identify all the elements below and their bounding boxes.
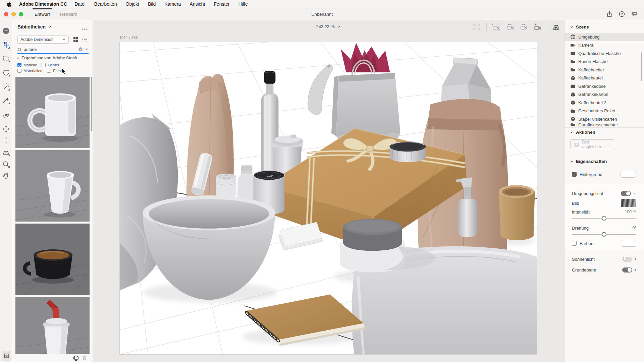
match-image-button[interactable] — [552, 23, 561, 31]
menu-item-fenster[interactable]: Fenster — [214, 1, 229, 7]
libraries-scrollbar[interactable] — [91, 77, 92, 131]
filter-materialien[interactable]: Materialien — [17, 69, 42, 73]
select-move-tool[interactable] — [2, 41, 10, 49]
ambient-light-toggle[interactable] — [621, 191, 631, 196]
scene-item-kaffeebeutel[interactable]: Kaffeebeutel — [565, 74, 644, 82]
stock-results-header[interactable]: Ergebnisse von Adobe Stock — [16, 56, 77, 60]
intensity-slider[interactable] — [572, 216, 636, 221]
camera-redo-button[interactable] — [519, 23, 528, 31]
properties-section-header[interactable]: Eigenschaften — [570, 159, 607, 164]
ground-plane-toggle[interactable] — [622, 267, 632, 273]
trash-icon[interactable] — [82, 355, 87, 361]
horizon-tool[interactable] — [2, 148, 10, 157]
stock-result-schwarze-kaffeetasse[interactable] — [15, 224, 90, 295]
scene-item-kaffeebecher[interactable]: Kaffeebecher — [565, 66, 644, 74]
colorize-color-swatch[interactable] — [621, 240, 636, 247]
scene-section-header[interactable]: Szene — [570, 24, 589, 29]
menu-item-datei[interactable]: Datei — [74, 1, 86, 7]
tab-rendern[interactable]: Rendern — [55, 8, 83, 20]
grid-view-icon[interactable] — [73, 37, 78, 42]
image-match-icon — [574, 142, 579, 147]
environment-image-label: Bild — [572, 201, 579, 206]
feedback-icon[interactable] — [631, 11, 638, 18]
clear-search-icon[interactable] — [78, 47, 83, 53]
marquee-select-tool[interactable] — [2, 55, 10, 63]
colorize-checkbox[interactable] — [572, 241, 577, 246]
creative-cloud-icon[interactable] — [73, 355, 78, 361]
small-jar-object[interactable] — [216, 174, 236, 198]
filter-lichter[interactable]: Lichter — [42, 63, 59, 67]
menu-item-bearbeiten[interactable]: Bearbeiten — [94, 1, 117, 7]
search-history-icon[interactable] — [85, 47, 89, 52]
sampler-tool[interactable] — [2, 97, 10, 105]
menu-item-bild[interactable]: Bild — [148, 1, 156, 7]
bowl-object[interactable] — [143, 195, 275, 300]
share-icon[interactable] — [606, 11, 613, 18]
chevron-left-icon[interactable] — [634, 268, 636, 271]
scene-item-quadratische-flasche[interactable]: Quadratische Flasche — [565, 49, 644, 58]
environment-image-thumbnail[interactable] — [621, 199, 636, 207]
library-source-select[interactable]: Adobe Dimension — [17, 36, 69, 44]
scene-item-getränkekarton[interactable]: Getränkekarton — [565, 90, 644, 99]
scene-item-getränkedose[interactable]: Getränkedose — [565, 82, 644, 90]
cardboard-tube-object[interactable] — [499, 185, 535, 240]
add-content-tool[interactable] — [2, 27, 10, 35]
library-search-input[interactable]: autorei — [17, 46, 89, 54]
viewport: 243,23 % 1024 x 768 — [93, 20, 564, 362]
menu-item-ansicht[interactable]: Ansicht — [190, 1, 205, 7]
actions-section-header[interactable]: Aktionen — [570, 130, 595, 135]
more-options-icon[interactable] — [82, 25, 88, 32]
minimize-window-button[interactable] — [11, 12, 16, 16]
gift-bag-object[interactable] — [331, 43, 400, 140]
camera-bookmark-button[interactable] — [492, 23, 500, 31]
app-name[interactable]: Adobe Dimension CC — [19, 1, 67, 7]
help-icon[interactable]: ? — [619, 11, 626, 18]
stock-result-becher-mit-strohhalm[interactable] — [15, 297, 90, 354]
scene-render — [120, 42, 537, 354]
scene-item-kaffeebeutel-2[interactable]: Kaffeebeutel 2 — [565, 99, 644, 107]
rotation-slider[interactable] — [572, 232, 636, 237]
list-view-icon[interactable] — [82, 37, 87, 42]
3d-canvas[interactable] — [119, 42, 537, 355]
metal-tin-object[interactable] — [390, 141, 426, 162]
scene-scrollbar[interactable] — [641, 52, 642, 81]
apple-icon[interactable] — [7, 1, 12, 7]
magic-wand-tool[interactable] — [2, 83, 10, 91]
stock-result-weisse-tasse-konisch[interactable] — [15, 150, 90, 222]
background-checkbox[interactable] — [572, 172, 577, 177]
dolly-tool[interactable] — [2, 136, 10, 144]
scene-item-umgebung[interactable]: Umgebung — [565, 33, 644, 41]
zoom-window-button[interactable] — [19, 12, 23, 16]
menu-item-kamera[interactable]: Kamera — [164, 1, 181, 7]
scene-item-stapel-visitenkarten[interactable]: Stapel Visitenkarten — [565, 115, 644, 123]
chevron-left-icon[interactable] — [634, 258, 636, 260]
render-region-button[interactable] — [473, 23, 481, 31]
scene-item-kamera[interactable]: Kamera — [565, 41, 644, 50]
match-image-button[interactable]: Bild angleichen… — [570, 139, 615, 149]
scene-item-runde-flasche[interactable]: Runde Flasche — [565, 58, 644, 66]
libraries-panel-header[interactable]: Bibliotheken — [17, 24, 52, 29]
filter-fotos[interactable]: Fotos — [47, 69, 63, 73]
sunlight-toggle[interactable] — [622, 257, 632, 262]
menu-item-objekt[interactable]: Objekt — [126, 1, 139, 7]
tab-entwurf[interactable]: Entwurf — [30, 8, 55, 20]
toggle-libraries-panel-button[interactable] — [2, 351, 11, 361]
stock-result-weisse-tasse[interactable] — [15, 77, 90, 148]
background-color-swatch[interactable] — [621, 171, 636, 178]
hand-tool[interactable] — [2, 172, 10, 180]
chevron-down-icon[interactable] — [633, 192, 636, 195]
orbit-tool[interactable] — [2, 112, 10, 120]
folder-icon — [570, 108, 576, 114]
close-window-button[interactable] — [4, 12, 8, 16]
camera-undo-button[interactable] — [505, 23, 514, 31]
pan-tool[interactable] — [2, 125, 10, 133]
filter-modelle[interactable]: Modelle — [17, 63, 37, 67]
scene-item-cornflakesschachtel[interactable]: Cornflakesschachtel — [565, 123, 644, 126]
camera-saved-views-button[interactable] — [533, 23, 542, 31]
zoom-tool[interactable] — [2, 160, 10, 168]
zoom-level-dropdown[interactable]: 243,23 % — [314, 23, 344, 31]
banana-object[interactable] — [308, 64, 333, 115]
scene-item-geschnürtes-paket[interactable]: Geschnürtes Paket — [565, 107, 644, 115]
menu-item-hilfe[interactable]: Hilfe — [238, 1, 248, 7]
business-cards-object[interactable] — [278, 222, 323, 250]
